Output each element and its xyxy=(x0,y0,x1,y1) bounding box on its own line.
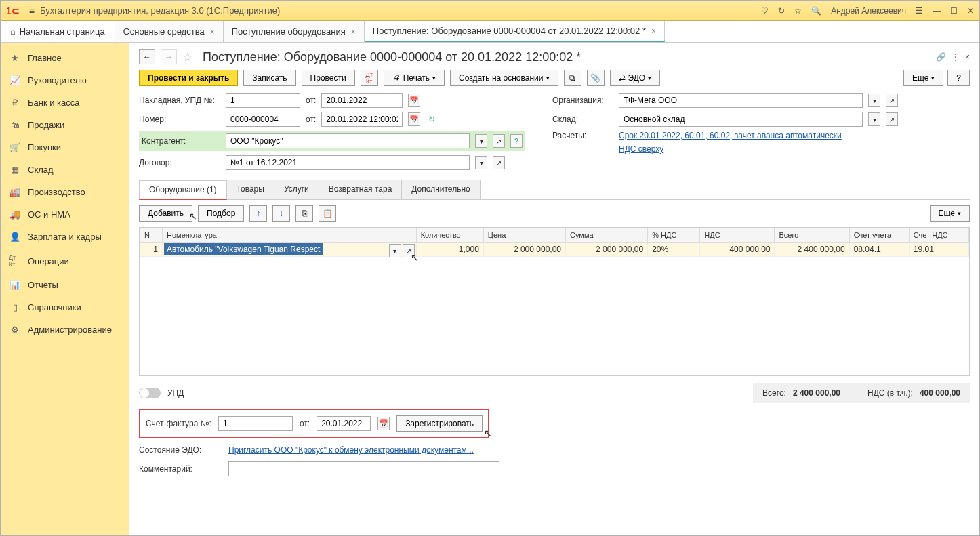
sidebar-item-dictionaries[interactable]: ▯Справочники xyxy=(1,296,129,318)
forward-button[interactable]: → xyxy=(161,49,177,64)
invoice-no-input[interactable] xyxy=(226,93,300,108)
sidebar-item-bank[interactable]: ₽Банк и касса xyxy=(1,91,129,114)
table-toolbar: Добавить ↖ Подбор ↑ ↓ ⎘ 📋 Еще xyxy=(139,200,970,227)
settings-icon[interactable]: ☰ xyxy=(916,6,923,16)
bag-icon: 🛍 xyxy=(9,120,21,130)
help-icon[interactable]: ? xyxy=(510,134,523,148)
sidebar-item-operations[interactable]: Дт КтОперации xyxy=(1,248,129,274)
back-button[interactable]: ← xyxy=(139,49,155,64)
star-icon[interactable]: ☆ xyxy=(794,6,802,16)
book-icon: ▯ xyxy=(9,302,21,312)
comment-input[interactable] xyxy=(228,461,499,476)
close-icon[interactable]: × xyxy=(210,27,215,37)
sidebar-item-production[interactable]: 🏭Производство xyxy=(1,181,129,203)
tab-extra[interactable]: Дополнительно xyxy=(401,180,480,199)
maximize-icon[interactable]: ☐ xyxy=(950,6,958,16)
post-button[interactable]: Провести xyxy=(302,70,355,86)
help-button[interactable]: ? xyxy=(947,70,970,86)
dropdown-icon[interactable]: ▾ xyxy=(475,156,487,169)
sf-no-input[interactable] xyxy=(218,416,293,431)
dropdown-icon[interactable]: ▾ xyxy=(868,94,880,107)
calendar-icon[interactable]: 📅 xyxy=(408,112,420,126)
tab-current-document[interactable]: Поступление: Оборудование 0000-000004 от… xyxy=(365,21,665,42)
open-icon[interactable]: ↗ xyxy=(886,112,898,126)
link-icon[interactable]: 🔗 xyxy=(936,52,946,62)
tab-services[interactable]: Услуги xyxy=(274,180,319,199)
sklad-input[interactable] xyxy=(619,112,863,127)
edo-invite-link[interactable]: Пригласить ООО "Крокус" к обмену электро… xyxy=(228,445,474,455)
sidebar-item-admin[interactable]: ⚙Администрирование xyxy=(1,318,129,341)
more-icon[interactable]: ⋮ xyxy=(952,52,960,62)
more-button[interactable]: Еще xyxy=(903,70,943,86)
open-icon[interactable]: ↗ xyxy=(403,244,415,257)
create-based-button[interactable]: Создать на основании xyxy=(450,70,558,86)
move-down-button[interactable]: ↓ xyxy=(272,205,290,222)
upd-toggle[interactable] xyxy=(139,388,161,398)
org-input[interactable] xyxy=(619,93,863,108)
tab-fixed-assets[interactable]: Основные средства × xyxy=(115,21,224,42)
tab-equipment-receipt[interactable]: Поступление оборудования × xyxy=(224,21,365,42)
dogovor-input[interactable] xyxy=(226,155,470,170)
write-button[interactable]: Записать xyxy=(243,70,295,86)
user-name[interactable]: Андрей Алексеевич xyxy=(831,6,906,16)
close-icon[interactable]: × xyxy=(651,26,656,36)
paste-button[interactable]: 📋 xyxy=(319,205,336,222)
nds-link[interactable]: НДС сверху xyxy=(619,144,663,154)
post-close-button[interactable]: Провести и закрыть xyxy=(139,70,238,86)
tab-equipment[interactable]: Оборудование (1) xyxy=(139,180,227,200)
edo-button[interactable]: ⇄ЭДО xyxy=(610,70,661,86)
sidebar-item-purchases[interactable]: 🛒Покупки xyxy=(1,136,129,159)
sidebar-item-warehouse[interactable]: ▦Склад xyxy=(1,159,129,181)
nomen-cell-editing[interactable]: Автомобиль "Volkswagen Tiguan Respect xyxy=(164,243,323,255)
register-button[interactable]: Зарегистрировать xyxy=(396,415,483,432)
sidebar-item-reports[interactable]: 📊Отчеты xyxy=(1,274,129,296)
struct-button[interactable]: ⧉ xyxy=(564,70,581,86)
table-row[interactable]: 1 Автомобиль "Volkswagen Tiguan Respect … xyxy=(140,243,969,257)
sklad-label: Склад: xyxy=(552,115,613,124)
menu-icon[interactable]: ≡ xyxy=(29,5,35,16)
dt-kt-button[interactable]: ДтКт xyxy=(361,70,378,86)
favorite-icon[interactable]: ☆ xyxy=(182,49,193,64)
number-date-input[interactable] xyxy=(321,112,403,127)
edo-state-label: Состояние ЭДО: xyxy=(139,445,220,455)
raschety-link[interactable]: Срок 20.01.2022, 60.01, 60.02, зачет ава… xyxy=(619,131,842,140)
close-icon[interactable]: ✕ xyxy=(967,6,974,16)
gear-icon: ⚙ xyxy=(9,325,21,335)
tab-goods[interactable]: Товары xyxy=(226,180,274,199)
tab-tara[interactable]: Возвратная тара xyxy=(319,180,403,199)
open-icon[interactable]: ↗ xyxy=(493,134,505,148)
number-input[interactable] xyxy=(226,112,300,127)
table-more-button[interactable]: Еще xyxy=(930,205,970,222)
sidebar-item-sales[interactable]: 🛍Продажи xyxy=(1,114,129,136)
bell-icon[interactable]: ♡̷ xyxy=(761,6,769,16)
open-icon[interactable]: ↗ xyxy=(493,156,505,169)
sidebar-item-main[interactable]: ★Главное xyxy=(1,47,129,69)
invoice-date-input[interactable] xyxy=(321,93,403,108)
dropdown-icon[interactable]: ▾ xyxy=(475,134,487,148)
sidebar-item-manager[interactable]: 📈Руководителю xyxy=(1,69,129,91)
sidebar-item-assets[interactable]: 🚚ОС и НМА xyxy=(1,203,129,226)
refresh-icon[interactable]: ↻ xyxy=(428,115,435,124)
history-icon[interactable]: ↻ xyxy=(778,6,785,16)
attach-button[interactable]: 📎 xyxy=(587,70,605,86)
sidebar-item-salary[interactable]: 👤Зарплата и кадры xyxy=(1,226,129,248)
add-button[interactable]: Добавить xyxy=(139,205,192,222)
contragent-input[interactable] xyxy=(226,133,470,148)
close-icon[interactable]: × xyxy=(965,52,970,62)
minimize-icon[interactable]: — xyxy=(933,6,941,16)
calendar-icon[interactable]: 📅 xyxy=(377,417,390,430)
sf-label: Счет-фактура №: xyxy=(146,419,211,428)
open-icon[interactable]: ↗ xyxy=(886,94,898,107)
tab-home[interactable]: ⌂ Начальная страница xyxy=(1,21,115,42)
copy-button[interactable]: ⎘ xyxy=(295,205,313,222)
dropdown-icon[interactable]: ▾ xyxy=(868,112,880,126)
print-button[interactable]: 🖨Печать xyxy=(384,70,445,86)
move-up-button[interactable]: ↑ xyxy=(249,205,267,222)
close-icon[interactable]: × xyxy=(351,27,356,37)
calendar-icon[interactable]: 📅 xyxy=(408,94,420,107)
dropdown-icon[interactable]: ▾ xyxy=(389,244,401,257)
search-icon[interactable]: 🔍 xyxy=(811,6,821,16)
sf-date-input[interactable] xyxy=(317,416,371,431)
pick-button[interactable]: Подбор xyxy=(198,205,244,222)
col-total: Всего xyxy=(775,228,849,243)
